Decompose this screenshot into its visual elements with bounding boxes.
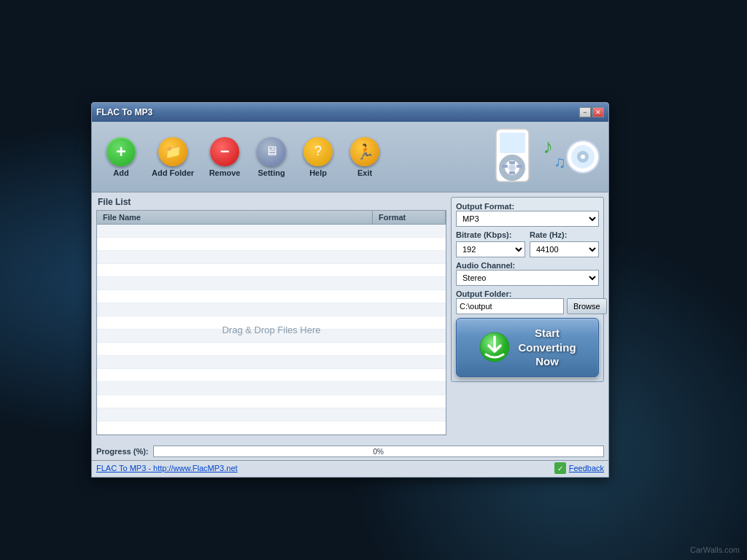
watermark: CarWalls.com [690,545,740,554]
table-row [97,225,446,238]
close-button[interactable]: ✕ [592,107,604,117]
feedback-icon: ✓ [554,462,566,474]
help-label: Help [309,168,327,177]
progress-area: Progress (%): 0% [92,440,608,460]
table-row [97,356,446,369]
right-panel: Output Format: MP3 AAC WAV Bitrate (Kbps… [451,197,604,435]
feedback-area[interactable]: ✓ Feedback [554,462,604,474]
folder-row: Browse [456,298,599,314]
remove-label: Remove [209,168,241,177]
add-folder-button[interactable]: 📁 Add Folder [146,134,200,180]
title-buttons: − ✕ [579,107,604,117]
bottom-bar: FLAC To MP3 - http://www.FlacMP3.net ✓ F… [92,460,608,477]
progress-track: 0% [153,446,604,457]
setting-label: Setting [258,168,285,177]
col-header-filename: File Name [97,211,373,224]
bitrate-label: Bitrate (Kbps): [456,230,525,239]
svg-rect-7 [502,165,508,168]
svg-point-11 [581,155,585,159]
table-row [97,316,446,330]
convert-button[interactable]: StartConvertingNow [456,318,599,377]
svg-rect-6 [516,165,522,168]
add-button[interactable]: + Add [99,134,143,180]
rate-select[interactable]: 44100 22050 48000 [530,241,599,257]
logo-area: ♪ ♫ [390,128,601,186]
table-row [97,277,446,290]
svg-point-3 [508,164,516,171]
svg-text:♪: ♪ [543,135,553,158]
svg-rect-4 [509,161,515,164]
add-label: Add [113,168,128,177]
table-row [97,251,446,264]
feedback-label: Feedback [569,464,604,472]
output-format-label: Output Format: [456,202,599,211]
file-list-container[interactable]: File Name Format Drag & Drop Files Here [96,210,446,435]
exit-button[interactable]: 🏃 Exit [343,134,387,180]
convert-label: StartConvertingNow [518,326,576,369]
table-row [97,369,446,382]
rate-group: Rate (Hz): 44100 22050 48000 [530,230,599,257]
table-row [97,290,446,303]
exit-label: Exit [357,168,372,177]
title-bar: FLAC To MP3 − ✕ [92,103,608,122]
bitrate-select[interactable]: 192 128 256 320 [456,241,525,257]
remove-button[interactable]: − Remove [203,134,247,180]
table-row [97,343,446,356]
add-icon: + [107,137,136,166]
toolbar: + Add 📁 Add Folder − Remove 🖥 Setting ? … [92,122,608,192]
output-format-select[interactable]: MP3 AAC WAV [456,211,599,227]
browse-button[interactable]: Browse [567,298,607,314]
setting-icon: 🖥 [257,137,286,166]
setting-button[interactable]: 🖥 Setting [249,134,293,180]
table-row [97,421,446,435]
svg-rect-1 [500,133,525,153]
settings-panel: Output Format: MP3 AAC WAV Bitrate (Kbps… [451,197,604,382]
left-panel: File List File Name Format Drag & Drop F… [96,197,446,435]
minimize-button[interactable]: − [579,107,591,117]
bitrate-rate-row: Bitrate (Kbps): 192 128 256 320 Rate (Hz… [456,230,599,257]
file-list-header: File List [96,197,446,207]
output-format-group: Output Format: MP3 AAC WAV [456,202,599,227]
exit-icon: 🏃 [350,137,379,166]
add-folder-icon: 📁 [158,137,187,166]
svg-rect-5 [509,171,515,174]
remove-icon: − [210,137,239,166]
table-row [97,303,446,316]
table-row [97,330,446,343]
bitrate-group: Bitrate (Kbps): 192 128 256 320 [456,230,525,257]
audio-channel-select[interactable]: Stereo Mono [456,270,599,286]
help-icon: ? [303,137,333,166]
progress-label: Progress (%): [96,447,149,456]
output-folder-label: Output Folder: [456,289,599,298]
progress-bar-row: Progress (%): 0% [96,443,604,459]
file-list-rows: Drag & Drop Files Here [97,225,446,435]
table-row [97,238,446,251]
help-button[interactable]: ? Help [296,134,340,180]
add-folder-label: Add Folder [152,168,194,177]
col-header-format: Format [373,211,446,224]
table-row [97,264,446,277]
convert-arrow-icon [479,331,511,363]
audio-channel-group: Audio Channel: Stereo Mono [456,261,599,286]
table-row [97,408,446,421]
window-title: FLAC To MP3 [96,107,152,117]
output-folder-group: Output Folder: Browse [456,289,599,314]
rate-label: Rate (Hz): [530,230,599,239]
file-list-columns: File Name Format [97,211,446,225]
music-icon: ♪ ♫ [539,128,601,186]
table-row [97,382,446,395]
audio-channel-label: Audio Channel: [456,261,599,270]
table-row [97,395,446,408]
svg-text:♫: ♫ [554,153,566,171]
progress-percent: 0% [154,446,603,456]
main-area: File List File Name Format Drag & Drop F… [92,192,608,440]
output-folder-input[interactable] [456,298,564,314]
ipod-icon [489,128,536,186]
main-window: FLAC To MP3 − ✕ + Add 📁 Add Folder − Rem… [91,102,609,478]
website-link[interactable]: FLAC To MP3 - http://www.FlacMP3.net [96,464,238,472]
